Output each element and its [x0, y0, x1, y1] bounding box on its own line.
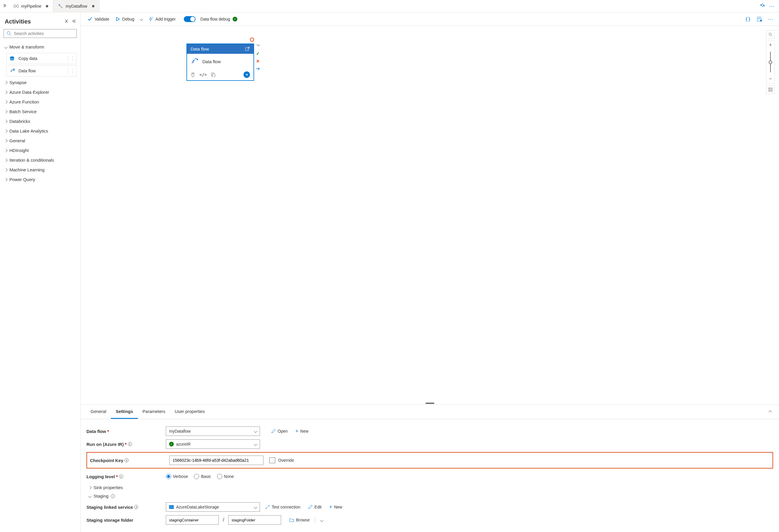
category-batch-service[interactable]: Batch Service — [4, 107, 77, 116]
zoom-slider[interactable] — [770, 52, 771, 72]
run-node-button[interactable] — [243, 71, 250, 78]
activity-copy-data[interactable]: Copy data ⋮⋮ — [6, 53, 77, 64]
open-external-icon[interactable] — [245, 47, 250, 52]
dataflow-activity-icon — [10, 68, 15, 74]
tab-user-properties[interactable]: User properties — [170, 405, 210, 419]
dataflow-debug-toggle[interactable] — [184, 16, 195, 22]
search-activities-input[interactable] — [4, 29, 77, 38]
checkpoint-label: Checkpoint Key i — [90, 458, 167, 463]
chevron-down-icon — [254, 442, 257, 446]
category-iteration-conditionals[interactable]: Iteration & conditionals — [4, 155, 77, 165]
zoom-in-button[interactable]: + — [766, 41, 775, 49]
dataflow-icon — [58, 4, 63, 9]
checkpoint-input[interactable] — [169, 456, 263, 465]
connection-icon — [265, 505, 270, 509]
category-general[interactable]: General — [4, 136, 77, 145]
svg-rect-1 — [17, 5, 18, 8]
expand-fullscreen-icon[interactable] — [760, 3, 765, 8]
code-view-icon[interactable]: {} — [745, 16, 751, 22]
validate-button[interactable]: Validate — [86, 15, 111, 23]
staging-folder-label: Staging storage folder — [86, 518, 163, 523]
tab-dataflow[interactable]: myDataflow — [53, 0, 99, 12]
debug-dropdown[interactable] — [138, 17, 144, 21]
svg-point-18 — [769, 33, 771, 35]
dirty-indicator-icon — [46, 5, 48, 7]
pipeline-canvas[interactable]: Data flow Data flow </> — [80, 26, 779, 403]
fit-icon — [768, 87, 773, 92]
tab-settings[interactable]: Settings — [111, 405, 138, 419]
chevron-right-icon — [4, 129, 7, 133]
filter-icon[interactable] — [64, 19, 68, 24]
category-machine-learning[interactable]: Machine Learning — [4, 165, 77, 175]
redo-icon[interactable] — [255, 44, 260, 48]
browse-dropdown[interactable] — [318, 517, 325, 524]
canvas-search-button[interactable] — [766, 30, 775, 39]
override-label: Override — [278, 458, 294, 463]
info-icon[interactable]: i — [124, 458, 128, 462]
svg-rect-21 — [770, 89, 771, 90]
info-icon[interactable]: i — [111, 494, 115, 498]
test-connection-button[interactable]: Test connection — [263, 505, 303, 509]
category-hdinsight[interactable]: HDInsight — [4, 145, 77, 155]
delete-icon[interactable] — [190, 72, 195, 77]
new-service-button[interactable]: + New — [327, 504, 345, 510]
code-icon[interactable]: </> — [199, 72, 207, 77]
category-power-query[interactable]: Power Query — [4, 175, 77, 184]
staging-service-select[interactable]: AzureDataLakeStorage — [166, 502, 260, 512]
category-synapse[interactable]: Synapse — [4, 78, 77, 87]
chevron-down-icon — [320, 519, 323, 522]
staging-path-input[interactable] — [228, 515, 281, 525]
new-dataflow-button[interactable]: + New — [293, 428, 311, 435]
category-azure-data-explorer[interactable]: Azure Data Explorer — [4, 87, 77, 97]
dataflow-label: Data flow* — [86, 429, 163, 434]
staging-container-input[interactable] — [166, 515, 219, 525]
category-data-lake-analytics[interactable]: Data Lake Analytics — [4, 126, 77, 136]
activity-data-flow[interactable]: Data flow ⋮⋮ — [6, 65, 77, 76]
dataflow-select[interactable]: myDataflow — [166, 426, 260, 436]
expand-tabs-button[interactable] — [0, 4, 9, 8]
staging-toggle[interactable]: Staging i — [89, 493, 773, 498]
tab-label: myPipeline — [21, 4, 41, 8]
open-dataflow-button[interactable]: Open — [269, 429, 290, 434]
chevron-right-icon — [4, 168, 7, 171]
collapse-details-button[interactable] — [767, 407, 774, 416]
logging-label: Logging level* i — [86, 474, 163, 479]
svg-point-3 — [59, 4, 60, 6]
browse-folder-button[interactable]: Browse — [287, 518, 312, 522]
info-icon[interactable]: i — [128, 442, 132, 446]
category-databricks[interactable]: Databricks — [4, 116, 77, 126]
tab-general[interactable]: General — [86, 405, 111, 419]
info-icon[interactable]: i — [119, 474, 123, 478]
svg-rect-17 — [212, 74, 215, 77]
properties-icon[interactable] — [757, 16, 762, 22]
copy-icon[interactable] — [211, 72, 216, 77]
chevron-right-icon — [4, 149, 7, 152]
tab-pipeline[interactable]: myPipeline — [9, 0, 53, 12]
category-move-transform[interactable]: Move & transform — [4, 42, 77, 52]
logging-radio-verbose[interactable]: Verbose — [166, 474, 188, 479]
edit-service-button[interactable]: Edit — [306, 505, 324, 509]
zoom-out-button[interactable]: − — [766, 75, 775, 83]
more-icon[interactable]: ⋯ — [768, 16, 774, 22]
drag-grip-icon: ⋮⋮ — [65, 55, 75, 62]
more-menu-icon[interactable]: ⋯ — [769, 3, 775, 9]
runon-select[interactable]: ✓ azureIR — [166, 440, 260, 449]
resize-handle[interactable] — [425, 403, 434, 404]
debug-button[interactable]: Debug — [114, 15, 136, 23]
logging-radio-none[interactable]: None — [217, 474, 234, 479]
logging-radio-basic[interactable]: Basic — [194, 474, 211, 479]
sink-properties-toggle[interactable]: Sink properties — [89, 485, 773, 490]
fit-screen-button[interactable] — [766, 85, 775, 94]
dataflow-activity-node[interactable]: Data flow Data flow </> — [186, 44, 254, 81]
add-trigger-button[interactable]: + Add trigger — [147, 15, 177, 23]
override-checkbox[interactable] — [269, 457, 275, 463]
svg-rect-23 — [169, 507, 174, 508]
category-azure-function[interactable]: Azure Function — [4, 97, 77, 107]
validation-error-marker-icon — [250, 38, 254, 42]
collapse-sidebar-icon[interactable] — [71, 19, 75, 24]
tab-parameters[interactable]: Parameters — [138, 405, 170, 419]
pencil-icon — [271, 429, 276, 434]
search-icon — [7, 31, 11, 36]
info-icon[interactable]: i — [134, 505, 138, 509]
validate-icon — [87, 17, 92, 21]
